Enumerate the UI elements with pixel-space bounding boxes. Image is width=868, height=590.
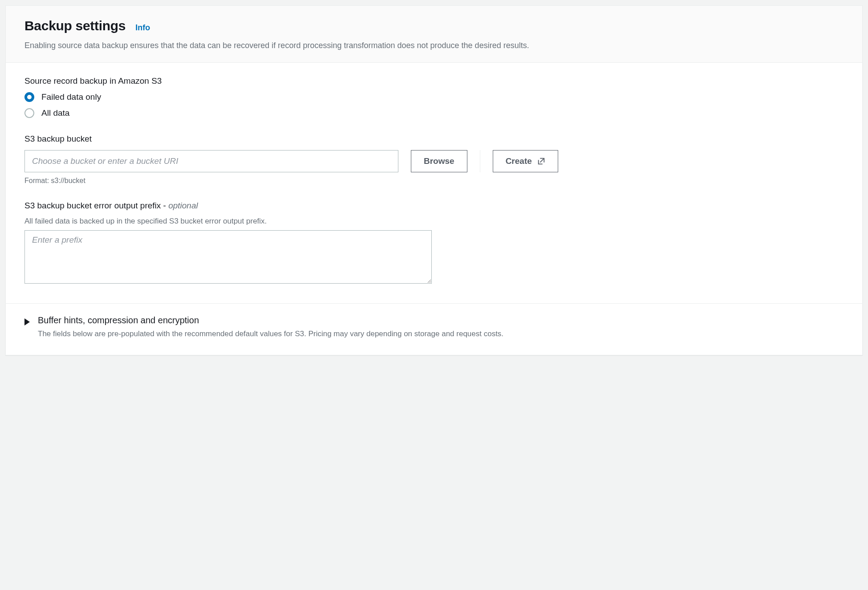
create-button-label: Create — [506, 156, 532, 166]
bucket-helper: Format: s3://bucket — [24, 177, 844, 185]
error-prefix-label: S3 backup bucket error output prefix - o… — [24, 201, 844, 211]
expandable-content: Buffer hints, compression and encryption… — [38, 315, 503, 340]
backup-settings-panel: Backup settings Info Enabling source dat… — [5, 5, 863, 355]
caret-right-icon — [24, 318, 30, 326]
panel-header: Backup settings Info Enabling source dat… — [6, 6, 862, 63]
radio-label: Failed data only — [41, 92, 101, 102]
panel-body: Source record backup in Amazon S3 Failed… — [6, 63, 862, 303]
browse-button[interactable]: Browse — [411, 150, 467, 172]
source-backup-group: Source record backup in Amazon S3 Failed… — [24, 76, 844, 118]
source-backup-label: Source record backup in Amazon S3 — [24, 76, 844, 86]
radio-all-data[interactable]: All data — [24, 108, 844, 118]
radio-icon — [24, 92, 34, 102]
expandable-title: Buffer hints, compression and encryption — [38, 315, 503, 326]
error-prefix-group: S3 backup bucket error output prefix - o… — [24, 201, 844, 285]
error-prefix-input[interactable] — [24, 230, 432, 284]
expandable-description: The fields below are pre-populated with … — [38, 328, 503, 340]
bucket-group: S3 backup bucket Browse Create Format: s… — [24, 134, 844, 185]
error-prefix-description: All failed data is backed up in the spec… — [24, 217, 844, 226]
error-prefix-optional: optional — [168, 201, 198, 210]
external-link-icon — [537, 157, 545, 165]
bucket-label: S3 backup bucket — [24, 134, 844, 144]
radio-failed-data-only[interactable]: Failed data only — [24, 92, 844, 102]
create-button[interactable]: Create — [493, 150, 558, 172]
panel-title: Backup settings — [24, 18, 126, 33]
error-prefix-label-main: S3 backup bucket error output prefix - — [24, 201, 168, 210]
radio-icon — [24, 108, 34, 118]
radio-label: All data — [41, 108, 69, 118]
panel-subtitle: Enabling source data backup ensures that… — [24, 40, 844, 52]
panel-title-row: Backup settings Info — [24, 18, 844, 33]
divider — [480, 150, 480, 172]
browse-button-label: Browse — [424, 156, 454, 166]
bucket-input[interactable] — [24, 150, 398, 172]
bucket-input-row: Browse Create — [24, 150, 844, 172]
info-link[interactable]: Info — [135, 23, 150, 33]
expandable-section[interactable]: Buffer hints, compression and encryption… — [6, 303, 862, 355]
